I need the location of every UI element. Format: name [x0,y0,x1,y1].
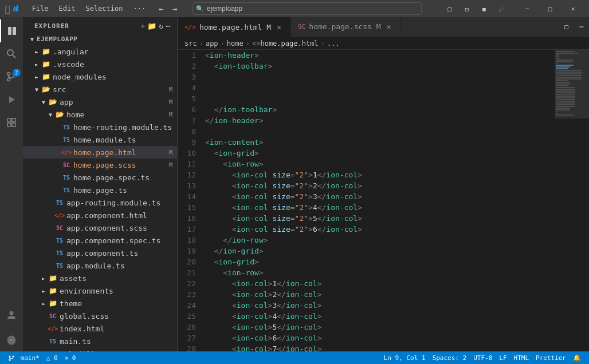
tree-home-page-ts[interactable]: ► TS home.page.ts [23,184,177,196]
statusbar-right: Ln 9, Col 1 Spaces: 2 UTF-8 LF HTML Pret… [380,354,584,362]
tree-home-page-html[interactable]: ► </> home.page.html M [23,146,177,159]
minimap-slider[interactable] [555,50,589,118]
code-line-9: <ion-content> [205,137,555,148]
line-numbers: 12345 678910 1112131415 1617181920 21222… [178,50,201,351]
new-folder-icon[interactable]: 📁 [147,22,156,30]
svg-rect-12 [7,123,11,126]
tree-app-component-spec[interactable]: ► TS app.component.spec.ts [23,234,177,247]
tree-assets[interactable]: ► 📁 assets [23,272,177,284]
statusbar-encoding[interactable]: UTF-8 [470,354,496,362]
maximize-button[interactable]: □ [539,0,561,17]
tab-close-button[interactable]: ✕ [274,22,284,31]
activity-extensions[interactable] [0,111,23,134]
tree-vscode[interactable]: ► 📁 .vscode [23,58,177,70]
svg-point-14 [10,311,14,315]
statusbar-eol[interactable]: LF [496,354,510,362]
tree-app-component-scss[interactable]: ► SC app.component.scss [23,221,177,234]
statusbar-branch-name: main* [21,354,40,362]
tree-item-label: .vscode [53,60,177,69]
breadcrumb-sep: › [246,39,250,48]
tree-item-label: app.module.ts [66,262,177,270]
menu-file[interactable]: File [28,3,53,14]
svg-rect-1 [8,27,11,35]
search-input[interactable] [193,2,422,15]
tree-home[interactable]: ▼ 📂 home M [23,108,177,121]
activity-run[interactable] [0,88,23,111]
tree-home-module[interactable]: ► TS home.module.ts [23,133,177,146]
tree-app-component-html[interactable]: ► </> app.component.html [23,209,177,221]
tab-label: home.page.html M [199,23,271,31]
activity-settings[interactable] [0,329,23,351]
activity-source-control[interactable]: 2 [0,65,23,88]
tree-app-routing[interactable]: ► TS app-routing.module.ts [23,196,177,209]
tree-node-modules[interactable]: ► 📁 node_modules [23,70,177,83]
tree-home-routing[interactable]: ► TS home-routing.module.ts [23,121,177,133]
tree-root[interactable]: ▼ EJEMPLOAPP [23,33,177,45]
svg-point-17 [13,355,14,357]
statusbar-errors[interactable]: ✕ 0 [61,354,80,362]
tree-home-page-scss[interactable]: ► SC home.page.scss M [23,159,177,171]
menu-edit[interactable]: Edit [54,3,80,14]
tree-app-module[interactable]: ► TS app.module.ts [23,259,177,272]
tree-theme[interactable]: ► 📁 theme [23,297,177,310]
svg-rect-13 [12,123,15,126]
search-icon: 🔍 [196,5,204,13]
statusbar-formatter[interactable]: Prettier [532,354,570,362]
tab-home-page-scss[interactable]: SC home.page.scss M ✕ [291,17,400,37]
layout-btn-2[interactable]: ◽ [460,2,474,15]
tree-angular[interactable]: ► 📁 .angular [23,45,177,58]
statusbar-position[interactable]: Ln 9, Col 1 [380,354,429,362]
code-line-10: <ion-grid> [205,148,555,159]
minimize-button[interactable]: − [516,0,539,17]
tree-item-modified-badge: M [169,149,172,156]
tree-item-label: .angular [53,48,177,56]
tree-src[interactable]: ▼ 📂 src M [23,83,177,96]
source-control-badge: 2 [13,69,21,77]
tree-app-component-ts[interactable]: ► TS app.component.ts [23,247,177,259]
tree-item-label: global.scss [60,312,177,321]
statusbar-spaces[interactable]: Spaces: 2 [429,354,470,362]
breadcrumb-app[interactable]: app [206,39,218,48]
tree-environments[interactable]: ► 📁 environments [23,284,177,297]
layout-btn-1[interactable]: ◻ [442,2,457,15]
tree-polyfills[interactable]: ► TS polyfills.ts [23,347,177,351]
folder-open-icon: 📂 [48,97,57,106]
close-button[interactable]: ✕ [561,0,584,17]
tree-global-scss[interactable]: ► SC global.scss [23,310,177,322]
html-file-icon: </> [48,324,57,333]
back-button[interactable]: ← [155,2,167,15]
refresh-icon[interactable]: ↻ [159,22,163,30]
tab-home-page-html[interactable]: </> home.page.html M ✕ [178,17,291,37]
menu-selection[interactable]: Selection [81,3,127,14]
activity-account[interactable] [0,303,23,326]
tree-index-html[interactable]: ► </> index.html [23,322,177,335]
split-editor-button[interactable]: ◻ [559,17,574,37]
breadcrumb-file[interactable]: home.page.html [260,39,318,48]
activity-explorer[interactable] [0,19,23,42]
tab-close-button[interactable]: ✕ [384,22,394,31]
tree-home-page-spec[interactable]: ► TS home.page.spec.ts [23,171,177,184]
statusbar-notifications[interactable]: 🔔 [570,354,584,362]
statusbar-branch[interactable]: main* [5,354,43,362]
tree-main-ts[interactable]: ► TS main.ts [23,335,177,347]
activity-search[interactable] [0,42,23,65]
statusbar-language[interactable]: HTML [511,354,533,362]
statusbar-warnings[interactable]: △ 0 [43,354,61,362]
folder-icon: 📁 [41,72,50,81]
forward-button[interactable]: → [168,2,181,15]
activity-bar: 2 [0,17,23,351]
new-file-icon[interactable]: + [141,22,146,30]
layout-btn-4[interactable]: ☄ [494,2,509,15]
breadcrumb-home[interactable]: home [227,39,244,48]
tree-app[interactable]: ▼ 📂 app M [23,96,177,108]
chevron-down-icon: ▼ [32,86,41,93]
chevron-down-icon: ▼ [28,36,37,42]
sidebar-actions: + 📁 ↻ ⋯ [141,22,170,30]
breadcrumb-src[interactable]: src [184,39,197,48]
svg-point-5 [7,73,10,76]
code-editor[interactable]: <ion-header> <ion-toolbar> </ion-toolbar… [201,50,555,351]
layout-btn-3[interactable]: ◾ [477,2,492,15]
more-actions-button[interactable]: ⋯ [574,17,589,37]
menu-more[interactable]: ··· [128,3,150,14]
collapse-icon[interactable]: ⋯ [166,22,170,30]
